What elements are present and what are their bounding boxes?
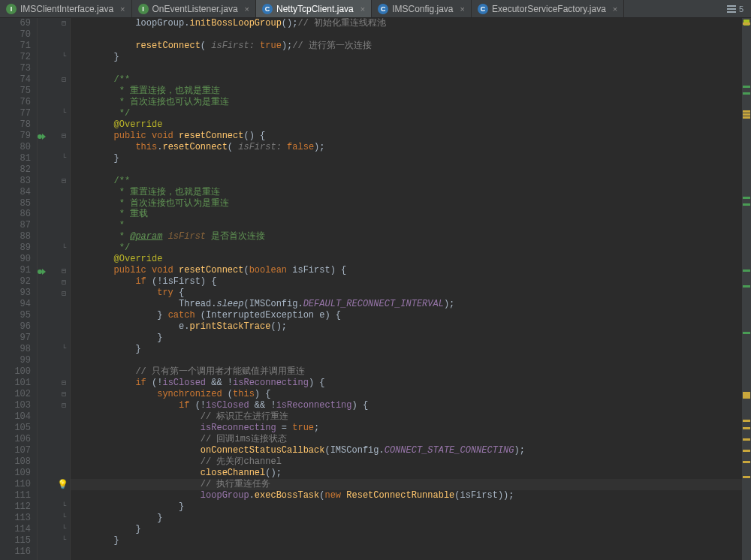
line-number[interactable]: 79 xyxy=(0,131,31,142)
code-area[interactable]: loopGroup.initBossLoopGroup();// 初始化重连线程… xyxy=(71,18,742,560)
line-number[interactable]: 115 xyxy=(0,535,31,546)
close-icon[interactable]: × xyxy=(360,5,365,14)
line-number[interactable]: 87 xyxy=(0,220,31,231)
line-number[interactable]: 107 xyxy=(0,445,31,456)
fold-toggle-icon[interactable]: └ xyxy=(62,154,66,162)
fold-toggle-icon[interactable]: ⊟ xyxy=(62,289,66,298)
close-icon[interactable]: × xyxy=(120,5,125,14)
code-line[interactable]: Thread.sleep(IMSConfig.DEFAULT_RECONNECT… xyxy=(71,299,742,310)
line-number[interactable]: 97 xyxy=(0,333,31,344)
code-line[interactable]: try { xyxy=(71,288,742,299)
code-line[interactable]: } catch (InterruptedException e) { xyxy=(71,310,742,321)
line-number[interactable]: 113 xyxy=(0,513,31,524)
line-number[interactable]: 101 xyxy=(0,378,31,389)
fold-toggle-icon[interactable]: └ xyxy=(62,345,66,353)
editor-tab[interactable]: CNettyTcpClient.java× xyxy=(256,0,372,17)
line-number[interactable]: 89 xyxy=(0,242,31,254)
scroll-marker[interactable] xyxy=(743,396,750,399)
line-number[interactable]: 78 xyxy=(0,119,31,131)
code-line[interactable]: if (!isClosed && !isReconnecting) { xyxy=(71,378,742,389)
line-number[interactable]: 83 xyxy=(0,176,31,187)
code-line[interactable]: synchronized (this) { xyxy=(71,389,742,400)
scroll-marker[interactable] xyxy=(743,438,750,441)
fold-toggle-icon[interactable]: └ xyxy=(62,536,66,544)
code-line[interactable]: resetConnect( isFirst: true);// 进行第一次连接 xyxy=(71,41,742,52)
line-number[interactable]: 109 xyxy=(0,468,31,479)
code-line[interactable]: } xyxy=(71,344,742,355)
fold-toggle-icon[interactable]: └ xyxy=(62,502,66,510)
editor-tab[interactable]: CExecutorServiceFactory.java× xyxy=(472,0,624,17)
editor-tab[interactable]: CIMSConfig.java× xyxy=(372,0,472,17)
line-number[interactable]: 91 xyxy=(0,265,31,276)
code-line[interactable]: } xyxy=(71,535,742,546)
fold-toggle-icon[interactable]: └ xyxy=(62,109,66,117)
code-line[interactable] xyxy=(71,164,742,176)
code-line[interactable]: // 先关闭channel xyxy=(71,456,742,468)
code-line[interactable]: // 只有第一个调用者才能赋值并调用重连 xyxy=(71,366,742,378)
code-line[interactable]: public void resetConnect(boolean isFirst… xyxy=(71,265,742,276)
fold-toggle-icon[interactable]: ⊟ xyxy=(62,278,66,287)
scroll-marker[interactable] xyxy=(743,332,750,334)
override-gutter-icon[interactable] xyxy=(42,269,46,275)
code-line[interactable] xyxy=(71,546,742,558)
line-number[interactable]: 114 xyxy=(0,524,31,535)
code-line[interactable]: if (!isClosed && !isReconnecting) { xyxy=(71,400,742,411)
line-number[interactable]: 81 xyxy=(0,153,31,164)
scroll-marker[interactable] xyxy=(743,476,750,478)
fold-toggle-icon[interactable]: ⊟ xyxy=(62,75,66,84)
code-line[interactable]: loopGroup.initBossLoopGroup();// 初始化重连线程… xyxy=(71,18,742,29)
code-line[interactable]: /** xyxy=(71,74,742,86)
scroll-marker[interactable] xyxy=(743,461,750,463)
code-line[interactable]: * 重载 xyxy=(71,209,742,220)
code-line[interactable]: // 回调ims连接状态 xyxy=(71,434,742,445)
scroll-marker[interactable] xyxy=(743,92,750,95)
line-number[interactable]: 103 xyxy=(0,400,31,411)
code-line[interactable]: @Override xyxy=(71,254,742,265)
tabs-overflow[interactable]: 5 xyxy=(719,0,751,17)
line-number[interactable]: 96 xyxy=(0,321,31,333)
code-line[interactable]: } xyxy=(71,153,742,164)
code-line[interactable]: onConnectStatusCallback(IMSConfig.CONNEC… xyxy=(71,445,742,456)
scroll-marker[interactable] xyxy=(743,23,750,25)
code-line[interactable]: } xyxy=(71,52,742,63)
line-number[interactable]: 99 xyxy=(0,355,31,366)
intention-bulb-icon[interactable]: 💡 xyxy=(57,479,68,490)
scroll-marker-strip[interactable] xyxy=(742,18,751,560)
line-number[interactable]: 112 xyxy=(0,501,31,513)
scroll-marker[interactable] xyxy=(743,427,750,429)
line-number[interactable]: 102 xyxy=(0,389,31,400)
code-line[interactable]: @Override xyxy=(71,119,742,131)
line-number[interactable]: 93 xyxy=(0,288,31,299)
code-line[interactable]: public void resetConnect() { xyxy=(71,131,742,142)
line-number[interactable]: 94 xyxy=(0,299,31,310)
line-number[interactable]: 105 xyxy=(0,423,31,434)
scroll-marker[interactable] xyxy=(743,110,750,113)
fold-toggle-icon[interactable]: └ xyxy=(62,525,66,533)
code-line[interactable]: /** xyxy=(71,176,742,187)
code-line[interactable]: closeChannel(); xyxy=(71,468,742,479)
line-number[interactable]: 84 xyxy=(0,187,31,198)
line-number[interactable]: 85 xyxy=(0,198,31,209)
line-number[interactable]: 86 xyxy=(0,209,31,220)
fold-toggle-icon[interactable]: ⊟ xyxy=(62,390,66,399)
line-number[interactable]: 90 xyxy=(0,254,31,265)
scroll-marker[interactable] xyxy=(743,197,750,199)
line-number[interactable]: 111 xyxy=(0,490,31,501)
code-line[interactable]: } xyxy=(71,513,742,524)
line-number[interactable]: 80 xyxy=(0,142,31,153)
code-line[interactable]: * 首次连接也可认为是重连 xyxy=(71,198,742,209)
code-line[interactable]: // 标识正在进行重连 xyxy=(71,411,742,423)
line-number[interactable]: 88 xyxy=(0,231,31,242)
line-number[interactable]: 110 xyxy=(0,479,31,490)
editor-tab[interactable]: IOnEventListener.java× xyxy=(132,0,257,17)
close-icon[interactable]: × xyxy=(613,5,617,14)
fold-toggle-icon[interactable]: ⊟ xyxy=(62,19,66,28)
scroll-marker[interactable] xyxy=(743,450,750,452)
code-line[interactable] xyxy=(71,29,742,41)
line-number[interactable]: 73 xyxy=(0,63,31,74)
line-number[interactable]: 69 xyxy=(0,18,31,29)
fold-toggle-icon[interactable]: └ xyxy=(62,244,66,252)
scroll-marker[interactable] xyxy=(743,269,750,272)
line-number[interactable]: 106 xyxy=(0,434,31,445)
code-line[interactable]: // 执行重连任务 xyxy=(71,479,742,490)
